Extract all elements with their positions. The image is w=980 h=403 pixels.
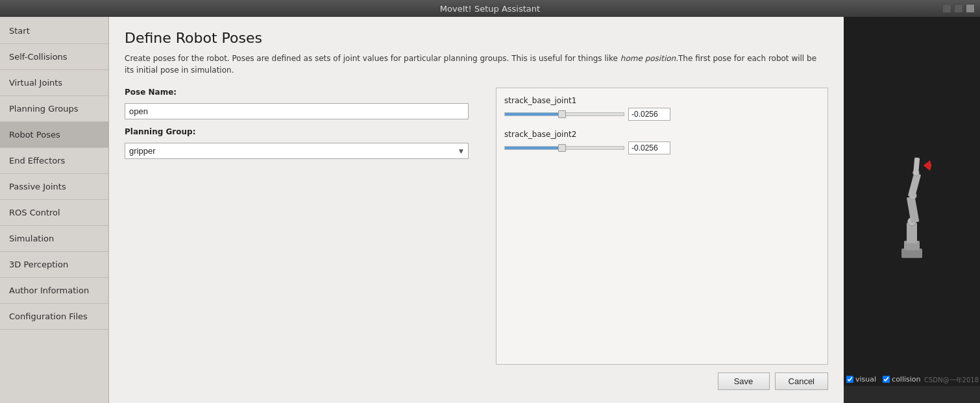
viewport-controls: visual collision [846,375,921,384]
sidebar-item-author-information[interactable]: Author Information [0,278,108,304]
svg-marker-9 [924,160,932,171]
robot-viewport: visual collision CSDN@一年2018 [844,17,980,386]
pose-name-section: Pose Name: [125,88,475,119]
content-area: Define Robot Poses Create poses for the … [109,17,844,403]
svg-rect-6 [908,173,921,197]
window-controls[interactable] [942,4,975,13]
sidebar: Start Self-Collisions Virtual Joints Pla… [0,17,109,403]
joint-slider-thumb-1[interactable] [558,110,566,118]
planning-group-section: Planning Group: gripper arm arm_and_grip… [125,127,475,159]
robot-svg [886,117,938,286]
planning-group-wrapper: gripper arm arm_and_gripper [125,143,469,159]
joint-name-2: strack_base_joint2 [504,130,820,139]
joint-slider-row-1 [504,108,820,121]
joint-slider-row-2 [504,141,820,154]
joint-value-input-1[interactable] [628,108,670,121]
sidebar-item-3d-perception[interactable]: 3D Perception [0,252,108,278]
joint-row-1: strack_base_joint1 [504,96,820,121]
right-panel: visual collision CSDN@一年2018 [844,17,980,403]
title-bar: MoveIt! Setup Assistant [0,0,980,17]
main-layout: Start Self-Collisions Virtual Joints Pla… [0,17,980,403]
watermark: CSDN@一年2018 [924,376,979,385]
sidebar-item-robot-poses[interactable]: Robot Poses [0,122,108,148]
sidebar-item-end-effectors[interactable]: End Effectors [0,148,108,174]
visual-checkbox-label[interactable]: visual [846,375,876,384]
sidebar-item-virtual-joints[interactable]: Virtual Joints [0,70,108,96]
sidebar-item-ros-control[interactable]: ROS Control [0,200,108,226]
joint-slider-track-2[interactable] [504,146,624,150]
joint-slider-thumb-2[interactable] [558,144,566,152]
joints-panel: strack_base_joint1 strack_base_joint2 [496,88,828,365]
sidebar-item-simulation[interactable]: Simulation [0,226,108,252]
save-button[interactable]: Save [718,372,770,390]
minimize-button[interactable] [942,4,951,13]
pose-name-input[interactable] [125,103,469,119]
joint-value-input-2[interactable] [628,141,670,154]
sidebar-item-passive-joints[interactable]: Passive Joints [0,174,108,200]
maximize-button[interactable] [954,4,963,13]
planning-group-select[interactable]: gripper arm arm_and_gripper [125,143,469,159]
planning-group-label: Planning Group: [125,127,475,136]
joint-slider-fill-1 [505,113,562,116]
sidebar-item-planning-groups[interactable]: Planning Groups [0,96,108,122]
joint-name-1: strack_base_joint1 [504,96,820,105]
page-description: Create poses for the robot. Poses are de… [125,53,828,76]
sidebar-item-start[interactable]: Start [0,18,108,44]
collision-checkbox[interactable] [883,376,890,383]
joint-slider-track-1[interactable] [504,112,624,116]
pose-name-label: Pose Name: [125,88,475,97]
sidebar-item-self-collisions[interactable]: Self-Collisions [0,44,108,70]
visual-checkbox[interactable] [846,376,853,383]
joint-row-2: strack_base_joint2 [504,130,820,154]
joint-slider-fill-2 [505,147,562,149]
sidebar-item-configuration-files[interactable]: Configuration Files [0,304,108,330]
close-button[interactable] [966,4,975,13]
collision-checkbox-label[interactable]: collision [883,375,920,384]
bottom-buttons: Save Cancel [125,372,828,390]
cancel-button[interactable]: Cancel [775,372,828,390]
window-title: MoveIt! Setup Assistant [440,4,540,14]
page-title: Define Robot Poses [125,30,828,46]
left-form: Pose Name: Planning Group: gripper arm a… [125,88,475,365]
